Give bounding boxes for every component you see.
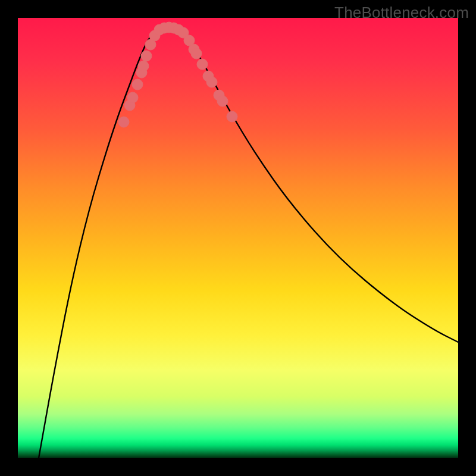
highlight-dot (141, 51, 152, 61)
highlight-dot (118, 117, 129, 127)
highlight-dots-group (118, 22, 237, 127)
bottleneck-curve (39, 27, 458, 458)
bottleneck-curve-svg (18, 18, 458, 458)
highlight-dot (197, 59, 208, 70)
highlight-dot (191, 48, 202, 59)
highlight-dot (132, 79, 143, 90)
chart-plot-area (18, 18, 458, 458)
highlight-dot (227, 111, 237, 122)
highlight-dot (138, 61, 149, 71)
highlight-dot (206, 77, 217, 87)
highlight-dot (127, 92, 138, 103)
highlight-dot (217, 96, 228, 107)
